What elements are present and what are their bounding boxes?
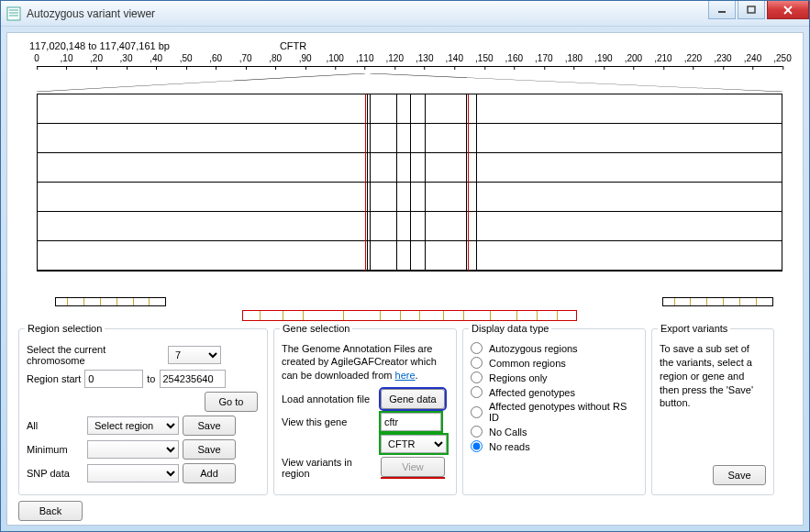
display-radio[interactable] (471, 357, 483, 369)
content-area: 117,020,148 to 117,407,161 bp CFTR 0,10,… (6, 32, 804, 526)
region-start-label: Region start (27, 373, 81, 384)
ruler-tick: ,160 (505, 53, 523, 63)
ruler-tick: ,210 (654, 53, 671, 63)
display-panel-title: Display data type (469, 323, 551, 334)
export-save-button[interactable]: Save (713, 465, 766, 485)
min-select[interactable] (87, 440, 179, 459)
ruler-tick: 0 (34, 53, 39, 63)
ruler-tick: ,190 (594, 53, 612, 63)
svg-line-9 (370, 73, 782, 92)
snp-label: SNP data (27, 468, 83, 479)
gene-panel-title: Gene selection (280, 323, 352, 334)
highlight-bar (242, 310, 578, 321)
ruler-tick: ,130 (416, 53, 433, 63)
download-link[interactable]: here (395, 370, 416, 381)
region-panel-title: Region selection (25, 323, 105, 334)
window-title: Autozygous variant viewer (27, 7, 155, 20)
add-button[interactable]: Add (183, 463, 236, 483)
svg-rect-0 (7, 7, 20, 20)
display-radio[interactable] (471, 426, 483, 438)
chrom-select[interactable]: 7 (168, 346, 221, 364)
export-desc: To save a sub set of the variants, selec… (660, 342, 766, 410)
gene-label: CFTR (280, 40, 306, 51)
gene-panel: Gene selection The Genome Annotation Fil… (273, 328, 457, 495)
display-option[interactable]: Regions only (471, 371, 638, 383)
ruler-tick: ,230 (714, 53, 731, 63)
save-min-button[interactable]: Save (183, 439, 236, 460)
display-option-label: Regions only (489, 372, 548, 383)
titlebar[interactable]: Autozygous variant viewer (1, 1, 809, 27)
display-option-label: Autozygous regions (489, 343, 578, 354)
gene-input[interactable] (381, 413, 441, 431)
display-radio[interactable] (471, 342, 483, 354)
ruler-tick: ,60 (209, 53, 222, 63)
ruler-tick: ,40 (150, 53, 162, 63)
ruler-tick: ,250 (773, 53, 791, 63)
maximize-button[interactable] (738, 1, 765, 19)
ruler: 0,10,20,30,40,50,60,70,80,90,100,110,120… (37, 53, 782, 70)
goto-button[interactable]: Go to (205, 392, 258, 412)
display-radio[interactable] (471, 440, 483, 452)
view-gene-label: View this gene (282, 416, 377, 427)
display-option-label: Affected genotypes without RS ID (489, 401, 638, 423)
display-option[interactable]: Common regions (471, 357, 638, 369)
ruler-tick: ,10 (61, 53, 73, 63)
ruler-tick: ,220 (684, 53, 702, 63)
svg-line-8 (37, 73, 365, 92)
region-start-input[interactable] (84, 370, 143, 388)
to-label: to (147, 373, 155, 384)
gene-data-button[interactable]: Gene data (381, 389, 445, 409)
display-option[interactable]: No Calls (471, 426, 638, 438)
display-panel: Display data type Autozygous regionsComm… (462, 328, 646, 495)
export-panel: Export variants To save a sub set of the… (651, 328, 774, 495)
grid-box[interactable] (37, 94, 782, 272)
summary-bar (662, 297, 773, 306)
chart-area: 0,10,20,30,40,50,60,70,80,90,100,110,120… (18, 53, 792, 321)
ruler-tick: ,80 (269, 53, 282, 63)
display-option[interactable]: Autozygous regions (471, 342, 638, 354)
ruler-tick: ,120 (386, 53, 404, 63)
export-panel-title: Export variants (658, 323, 730, 334)
view-button[interactable]: View (381, 457, 445, 477)
display-radio[interactable] (471, 406, 483, 418)
display-radio[interactable] (471, 386, 483, 398)
ruler-tick: ,200 (625, 53, 642, 63)
min-label: Minimum (27, 444, 83, 455)
close-button[interactable] (767, 1, 809, 19)
ruler-tick: ,30 (120, 53, 133, 63)
display-radio[interactable] (471, 371, 483, 383)
region-panel: Region selection Select the current chro… (18, 328, 268, 495)
chrom-label: Select the current chromosome (27, 344, 164, 366)
ruler-tick: ,140 (446, 53, 463, 63)
display-option-label: No Calls (489, 427, 527, 438)
display-option-label: No reads (489, 441, 530, 452)
all-label: All (27, 420, 83, 431)
display-option[interactable]: No reads (471, 440, 638, 452)
ruler-tick: ,180 (565, 53, 583, 63)
view-variants-label: View variants in region (282, 457, 377, 479)
ruler-tick: ,50 (180, 53, 193, 63)
ruler-tick: ,100 (326, 53, 343, 63)
app-window: Autozygous variant viewer 117,020,148 to… (0, 0, 810, 532)
load-annot-label: Load annotation file (282, 393, 377, 405)
summary-bar (55, 297, 166, 306)
display-option[interactable]: Affected genotypes without RS ID (471, 401, 638, 423)
display-option[interactable]: Affected genotypes (471, 386, 638, 398)
summary-bars (55, 297, 773, 308)
ruler-tick: ,70 (239, 53, 252, 63)
all-select[interactable]: Select region (87, 416, 179, 435)
region-end-input[interactable] (160, 370, 226, 388)
save-all-button[interactable]: Save (183, 416, 236, 436)
minimize-button[interactable] (708, 1, 736, 19)
ruler-tick: ,110 (356, 53, 373, 63)
ruler-tick: ,170 (535, 53, 552, 63)
display-option-label: Affected genotypes (489, 387, 575, 398)
gene-select[interactable]: CFTR (381, 435, 447, 453)
back-button[interactable]: Back (18, 501, 83, 521)
ruler-tick: ,240 (744, 53, 761, 63)
display-option-label: Common regions (489, 358, 566, 369)
ruler-tick: ,150 (475, 53, 493, 63)
ruler-tick: ,20 (90, 53, 103, 63)
svg-rect-5 (748, 6, 755, 13)
snp-select[interactable] (87, 464, 179, 482)
